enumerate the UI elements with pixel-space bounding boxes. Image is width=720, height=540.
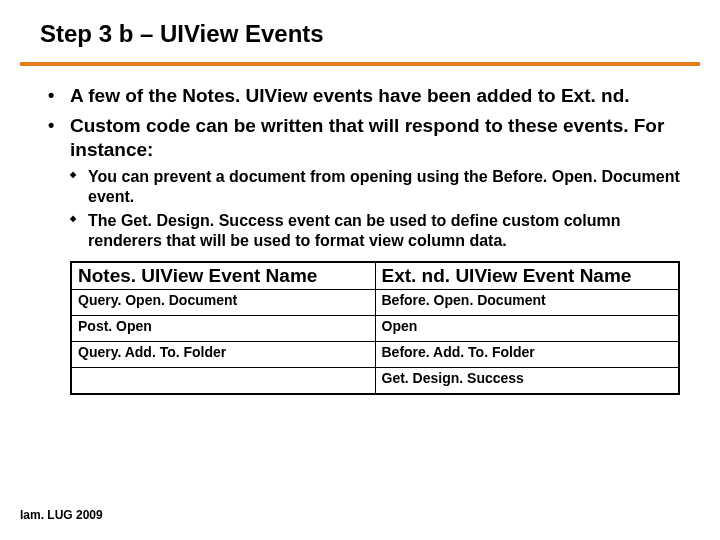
sub-bullet-item: You can prevent a document from opening … [88,167,680,207]
main-bullet-list: A few of the Notes. UIView events have b… [70,84,680,395]
table-header: Ext. nd. UIView Event Name [375,262,679,289]
slide-title: Step 3 b – UIView Events [0,20,720,56]
table-row: Post. Open Open [71,316,679,342]
sub-bullet-list: You can prevent a document from opening … [88,167,680,251]
bullet-item: Custom code can be written that will res… [70,114,680,395]
table-cell: Post. Open [71,316,375,342]
table-cell: Get. Design. Success [375,368,679,394]
bullet-text: Custom code can be written that will res… [70,115,664,160]
table-row: Query. Add. To. Folder Before. Add. To. … [71,342,679,368]
table-cell: Query. Open. Document [71,290,375,316]
table-header-row: Notes. UIView Event Name Ext. nd. UIView… [71,262,679,289]
table-header: Notes. UIView Event Name [71,262,375,289]
content-area: A few of the Notes. UIView events have b… [0,84,720,395]
table-row: Query. Open. Document Before. Open. Docu… [71,290,679,316]
table-cell: Before. Open. Document [375,290,679,316]
slide: Step 3 b – UIView Events A few of the No… [0,0,720,540]
table-cell: Before. Add. To. Folder [375,342,679,368]
divider [20,62,700,66]
table-row: Get. Design. Success [71,368,679,394]
bullet-item: A few of the Notes. UIView events have b… [70,84,680,108]
events-table: Notes. UIView Event Name Ext. nd. UIView… [70,261,680,394]
table-cell [71,368,375,394]
sub-bullet-item: The Get. Design. Success event can be us… [88,211,680,251]
footer-text: Iam. LUG 2009 [20,508,103,522]
table-cell: Open [375,316,679,342]
table-cell: Query. Add. To. Folder [71,342,375,368]
